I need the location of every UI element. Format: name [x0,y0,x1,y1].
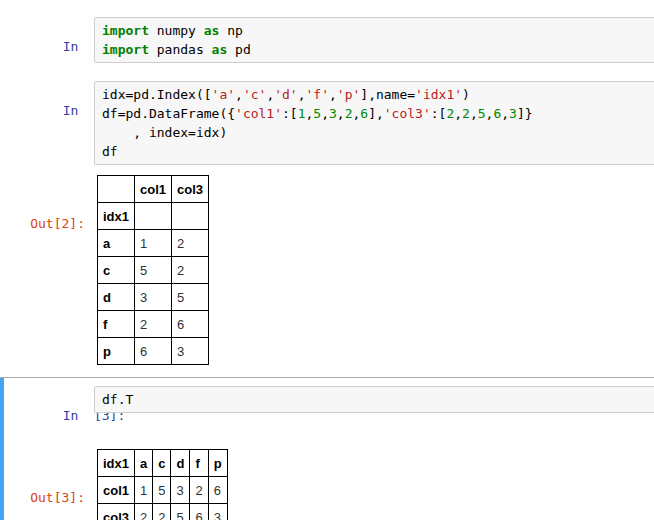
code-token: ) [462,87,470,102]
table-header-cell: c [98,257,135,284]
code-token: np [219,23,242,38]
table-data-cell: 2 [172,257,209,284]
table-row: c52 [98,257,209,284]
table-header-cell: col3 [98,504,135,520]
code-editor[interactable]: import numpy as npimport pandas as pd [94,17,654,63]
table-data-cell: 6 [190,504,208,520]
table-data-cell: 3 [135,284,172,311]
code-line: , index=idx) [102,123,651,142]
table-data-cell: 3 [208,504,227,520]
code-token: import [102,42,149,57]
table-data-cell: 1 [135,477,153,504]
table-data-cell: 5 [171,504,190,520]
table-data-cell: 2 [153,504,171,520]
code-token: , index=idx) [102,125,227,140]
code-cell-2[interactable]: In [2]: idx=pd.Index(['a','c','d','f','p… [0,81,654,365]
table-row: idx1 [98,203,209,230]
code-line: import pandas as pd [102,40,651,59]
table-header-cell: idx1 [98,450,135,477]
code-token: as [212,42,228,57]
code-token: 'col1' [235,106,282,121]
table-row: col115326 [98,477,228,504]
table-row: col322563 [98,504,228,520]
code-token: 3 [329,106,337,121]
table-header-cell: a [135,450,153,477]
code-token: :[ [431,106,447,121]
table-header-cell: col1 [98,477,135,504]
code-token: df.T [102,392,133,407]
code-token: numpy [149,23,204,38]
table-data-cell: 5 [153,477,171,504]
table-header-cell: p [98,338,135,365]
code-token: ], [368,106,384,121]
table-header-cell [98,176,135,203]
table-data-cell: 2 [172,230,209,257]
code-token: 1 [298,106,306,121]
table-header-cell: c [153,450,171,477]
code-token: 2 [462,106,470,121]
table-row: p63 [98,338,209,365]
code-cell-3-selected[interactable]: In [3]: df.T Out[3]: idx1acdfpcol115326c… [0,377,654,520]
code-cell-1[interactable]: In [1]: import numpy as npimport pandas … [0,17,654,72]
code-token: 'c' [243,87,266,102]
code-token: idx=pd.Index([ [102,87,212,102]
table-data-cell [135,203,172,230]
table-header-cell: f [190,450,208,477]
code-token: pandas [149,42,212,57]
input-prompt-area: In [3]: [0,386,94,441]
table-data-cell: 6 [208,477,227,504]
output-prompt: Out[2]: [0,213,85,232]
table-data-cell: 3 [171,477,190,504]
code-token: , [454,106,462,121]
code-token: , [298,87,306,102]
table-data-cell: 2 [135,311,172,338]
code-token: , [321,106,329,121]
code-token: , [235,87,243,102]
table-row: col1col3 [98,176,209,203]
code-token: 'p' [337,87,360,102]
code-line: idx=pd.Index(['a','c','d','f','p'],name=… [102,85,651,104]
code-token: 5 [478,106,486,121]
code-token: as [204,23,220,38]
table-data-cell: 5 [172,284,209,311]
code-token: 5 [313,106,321,121]
code-token: , [337,106,345,121]
dataframe-table: col1col3idx1a12c52d35f26p63 [97,175,209,365]
input-prompt-area: In [2]: [0,81,94,136]
code-token: 'a' [212,87,235,102]
table-row: d35 [98,284,209,311]
table-data-cell: 6 [172,311,209,338]
code-token: 3 [509,106,517,121]
table-header-cell: d [171,450,190,477]
output-prompt: Out[3]: [0,487,85,506]
output-area: col1col3idx1a12c52d35f26p63 [94,175,209,365]
table-header-cell: d [98,284,135,311]
code-token: ],name= [360,87,415,102]
code-token: ]} [517,106,533,121]
table-data-cell [172,203,209,230]
table-header-cell: f [98,311,135,338]
table-data-cell: 6 [135,338,172,365]
table-data-cell: 3 [172,338,209,365]
code-token: import [102,23,149,38]
code-token: 'idx1' [415,87,462,102]
table-header-cell: idx1 [98,203,135,230]
table-header-cell: a [98,230,135,257]
code-token: df [102,144,118,159]
code-token: :[ [282,106,298,121]
code-editor[interactable]: df.T [94,386,654,413]
code-line: df=pd.DataFrame({'col1':[1,5,3,2,6],'col… [102,104,651,123]
code-line: df [102,142,651,161]
output-area: idx1acdfpcol115326col322563 [94,449,228,520]
output-prompt-area: Out[3]: [0,449,94,520]
code-token: , [501,106,509,121]
code-token: 6 [360,106,368,121]
code-line: import numpy as np [102,21,651,40]
table-row: idx1acdfp [98,450,228,477]
input-prompt-area: In [1]: [0,17,94,72]
table-row: f26 [98,311,209,338]
code-editor[interactable]: idx=pd.Index(['a','c','d','f','p'],name=… [94,81,654,165]
table-row: a12 [98,230,209,257]
table-data-cell: 1 [135,230,172,257]
code-token: , [329,87,337,102]
